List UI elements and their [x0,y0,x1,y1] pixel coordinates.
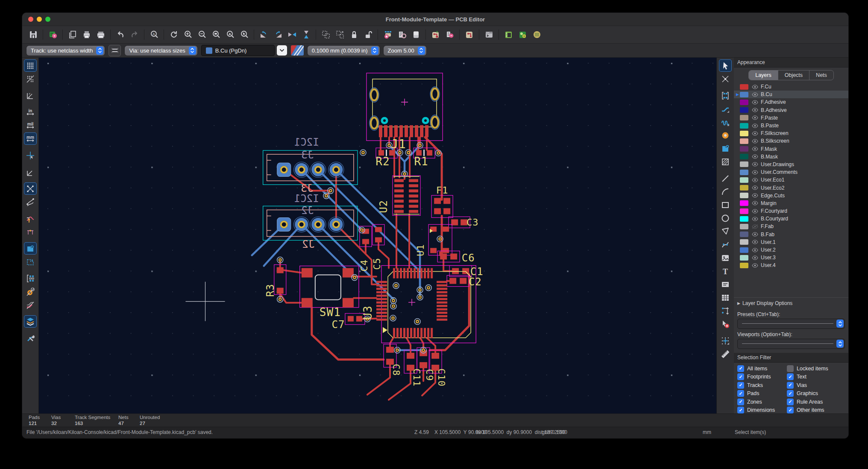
layer-selector-arrow[interactable] [277,45,287,56]
units-mm-button[interactable]: mm [24,132,37,145]
flip-vertical-button[interactable] [299,28,313,41]
layer-color-swatch[interactable] [740,224,748,229]
layer-row-user-drawings[interactable]: User.Drawings [734,161,848,168]
layer-visibility-eye-icon[interactable] [752,178,758,182]
layer-row-user-eco1[interactable]: User.Eco1 [734,176,848,184]
sketch-pads-button[interactable] [24,272,37,284]
filter-rule-areas[interactable]: ✓Rule Areas [787,399,828,405]
cursor-full-crosshair-button[interactable] [24,149,37,161]
layer-row-user-3[interactable]: User.3 [734,254,848,261]
footprint-editor-button[interactable] [381,28,394,41]
layer-visibility-eye-icon[interactable] [752,100,758,105]
via-size-dropdown[interactable]: Via: use netclass sizes [125,46,197,56]
layer-pair-indicator[interactable] [291,45,304,56]
grid-dropdown[interactable]: 0.1000 mm (0.0039 in) [308,46,380,56]
scripting-console-button[interactable] [482,28,496,41]
filter-all-items[interactable]: ✓All items [737,365,785,372]
layer-color-swatch[interactable] [740,177,748,183]
layer-selector[interactable]: B.Cu (PgDn) [201,45,275,56]
layer-color-swatch[interactable] [740,247,748,253]
layer-visibility-eye-icon[interactable] [752,248,758,252]
filter-tracks[interactable]: ✓Tracks [737,382,785,389]
layer-row-f-mask[interactable]: F.Mask [734,145,848,153]
plot-button[interactable] [94,28,107,41]
sketch-vias-button[interactable] [24,285,37,298]
layer-color-swatch[interactable] [740,138,748,144]
ungroup-button[interactable] [333,28,346,41]
route-tracks-button[interactable] [719,103,732,115]
add-via-button[interactable] [719,129,732,141]
draw-polygon-button[interactable] [719,225,732,237]
redo-button[interactable] [128,28,141,41]
checkbox-icon[interactable]: ✓ [787,407,794,413]
layer-display-options[interactable]: ▶ Layer Display Options [734,297,848,309]
layer-row-f-adhesive[interactable]: F.Adhesive [734,98,848,106]
line-45-button[interactable] [24,166,37,178]
zoom-objects-button[interactable] [223,28,237,41]
draw-line-button[interactable] [719,172,732,185]
select-tool-button[interactable] [719,59,732,72]
rotate-ccw-button[interactable] [257,28,270,41]
microwave-tools-button[interactable] [530,28,543,41]
layer-color-swatch[interactable] [740,131,748,136]
undo-button[interactable] [114,28,127,41]
add-table-button[interactable] [719,291,732,304]
add-zone-button[interactable] [719,142,732,155]
checkbox-icon[interactable]: ✓ [737,407,744,413]
interactive-tools-button[interactable] [24,332,37,344]
filter-dimensions[interactable]: ✓Dimensions [737,407,785,413]
layer-stack-button[interactable] [24,315,37,328]
layer-visibility-eye-icon[interactable] [752,209,758,214]
layer-color-swatch[interactable] [740,84,748,90]
filter-pads[interactable]: ✓Pads [737,390,785,397]
layer-row-user-comments[interactable]: User.Comments [734,168,848,176]
layer-color-swatch[interactable] [740,92,748,97]
grid-dots-button[interactable] [24,59,37,72]
pcb-canvas[interactable]: J1 R2 R1 U2 F1 C3 U1 C6 C1 C2 C4 C5 U3 S… [39,58,716,413]
layer-color-swatch[interactable] [740,200,748,206]
viewports-dropdown[interactable] [737,339,845,349]
delete-tool-button[interactable] [719,318,732,330]
add-dimension-button[interactable] [719,305,732,317]
zoom-dropdown[interactable]: Zoom 5.00 [384,46,426,56]
layer-row-f-silkscreen[interactable]: F.Silkscreen [734,129,848,137]
save-button[interactable] [26,28,40,41]
layer-visibility-eye-icon[interactable] [752,217,758,221]
layer-visibility-eye-icon[interactable] [752,131,758,136]
checkbox-icon[interactable]: ✓ [737,365,744,372]
filter-locked-items[interactable]: Locked items [787,365,828,372]
add-image-button[interactable] [719,252,732,264]
grid-override-button[interactable] [24,73,37,85]
layer-color-swatch[interactable] [740,185,748,191]
draw-rectangle-button[interactable] [719,199,732,211]
exchange-footprints-button[interactable] [463,28,476,41]
tab-nets[interactable]: Nets [809,70,833,80]
group-button[interactable] [319,28,332,41]
plugin-manager-button[interactable] [516,28,529,41]
layer-visibility-eye-icon[interactable] [752,224,758,229]
polar-coords-button[interactable]: r [24,89,37,102]
checkbox-icon[interactable]: ✓ [737,373,744,380]
layer-visibility-eye-icon[interactable] [752,85,758,89]
canvas-area[interactable]: J1 R2 R1 U2 F1 C3 U1 C6 C1 C2 C4 C5 U3 S… [38,58,717,413]
grid-origin-button[interactable] [719,334,732,347]
draw-bezier-button[interactable] [719,238,732,251]
layer-row-f-cu[interactable]: F.Cu [734,83,848,91]
checkbox-icon[interactable]: ✓ [787,373,794,380]
layer-row-b-mask[interactable]: B.Mask [734,153,848,161]
zoom-in-button[interactable] [181,28,194,41]
zoom-selection-button[interactable] [238,28,251,41]
checkbox-icon[interactable]: ✓ [787,390,794,397]
layer-color-swatch[interactable] [740,170,748,175]
layer-visibility-eye-icon[interactable] [752,255,758,260]
layer-row-user-4[interactable]: User.4 [734,261,848,269]
checkbox-icon[interactable]: ✓ [737,390,744,397]
checkbox-icon[interactable]: ✓ [787,382,794,389]
unlock-button[interactable] [361,28,375,41]
refresh-view-button[interactable] [167,28,180,41]
layer-row-b-courtyard[interactable]: B.Courtyard [734,215,848,223]
tune-length-button[interactable] [719,116,732,128]
layer-color-swatch[interactable] [740,255,748,261]
lock-button[interactable] [347,28,361,41]
zoom-out-button[interactable] [195,28,208,41]
